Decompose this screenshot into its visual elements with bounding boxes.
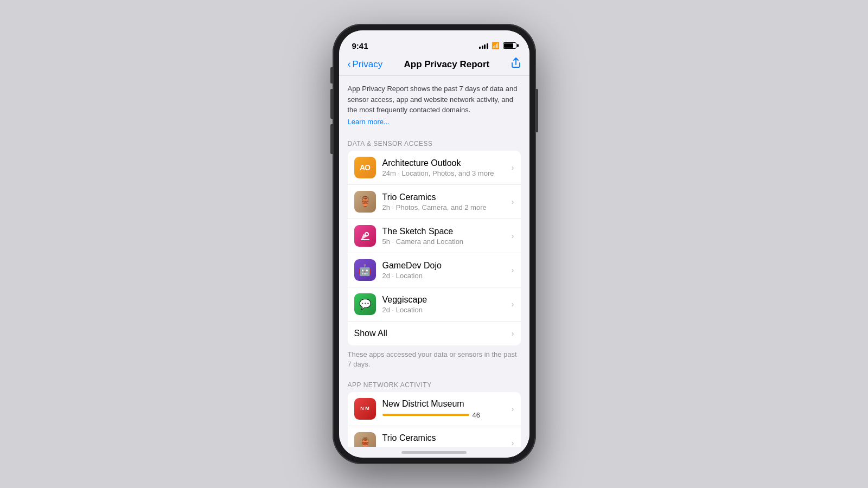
status-icons: 📶 — [479, 42, 516, 49]
app-icon-ceramics: 🏺 — [354, 191, 376, 213]
app-name: Trio Ceramics — [382, 433, 512, 443]
app-icon-gamedev: 🤖 — [354, 259, 376, 281]
share-button[interactable] — [511, 57, 521, 71]
app-name: Trio Ceramics — [382, 192, 512, 202]
phone-screen: 9:41 📶 ‹ Privacy App Privacy Repor — [339, 30, 529, 458]
chevron-right-icon: › — [512, 300, 514, 309]
status-time: 9:41 — [352, 41, 368, 50]
app-icon-veggi: 💬 — [354, 293, 376, 315]
chevron-right-icon: › — [512, 439, 514, 447]
app-name: Architecture Outlook — [382, 158, 512, 168]
data-sensor-list: AO Architecture Outlook 24m · Location, … — [348, 151, 521, 345]
sensor-section-note: These apps accessed your data or sensors… — [339, 345, 529, 377]
data-sensor-header: DATA & SENSOR ACCESS — [339, 136, 529, 151]
app-detail: 24m · Location, Photos, and 3 more — [382, 169, 512, 177]
share-icon — [511, 57, 521, 68]
list-item[interactable]: 💬 Veggiscape 2d · Location › — [348, 287, 521, 322]
chevron-right-icon: › — [512, 266, 514, 274]
list-item[interactable]: AO Architecture Outlook 24m · Location, … — [348, 151, 521, 185]
battery-icon — [503, 42, 516, 49]
status-bar: 9:41 📶 — [339, 30, 529, 54]
network-activity-header: APP NETWORK ACTIVITY — [339, 377, 529, 392]
network-list-item[interactable]: 🏺 Trio Ceramics 30 › — [348, 426, 521, 447]
page-title: App Privacy Report — [404, 59, 489, 70]
network-bar — [382, 414, 469, 416]
signal-icon — [479, 42, 488, 49]
phone-shell: 9:41 📶 ‹ Privacy App Privacy Repor — [333, 24, 536, 464]
chevron-right-icon: › — [512, 197, 514, 206]
app-icon-sketch — [354, 225, 376, 247]
app-icon-ao: AO — [354, 157, 376, 178]
sketch-app-icon — [359, 230, 371, 242]
app-icon-ceramics: 🏺 — [354, 432, 376, 447]
intro-text: App Privacy Report shows the past 7 days… — [348, 85, 518, 114]
app-name: GameDev Dojo — [382, 261, 512, 271]
show-all-label: Show All — [354, 329, 512, 338]
learn-more-link[interactable]: Learn more... — [348, 117, 521, 127]
network-activity-list: N M New District Museum 46 › — [348, 392, 521, 447]
back-button[interactable]: ‹ Privacy — [348, 59, 383, 70]
app-detail: 2h · Photos, Camera, and 2 more — [382, 203, 512, 211]
app-name: The Sketch Space — [382, 227, 512, 236]
list-item[interactable]: The Sketch Space 5h · Camera and Locatio… — [348, 219, 521, 253]
navigation-bar: ‹ Privacy App Privacy Report — [339, 54, 529, 76]
chevron-right-icon: › — [512, 163, 514, 172]
main-content: App Privacy Report shows the past 7 days… — [339, 76, 529, 447]
chevron-left-icon: ‹ — [348, 59, 351, 70]
list-item[interactable]: 🤖 GameDev Dojo 2d · Location › — [348, 253, 521, 287]
app-detail: 2d · Location — [382, 306, 512, 314]
svg-point-0 — [365, 233, 368, 236]
app-name: Veggiscape — [382, 295, 512, 305]
network-count: 46 — [473, 411, 483, 419]
show-all-button[interactable]: Show All › — [348, 322, 521, 345]
network-list-item[interactable]: N M New District Museum 46 › — [348, 392, 521, 426]
home-indicator — [339, 447, 529, 458]
chevron-right-icon: › — [512, 404, 514, 413]
app-icon-ndm: N M — [354, 398, 376, 420]
back-label: Privacy — [353, 59, 383, 70]
list-item[interactable]: 🏺 Trio Ceramics 2h · Photos, Camera, and… — [348, 185, 521, 219]
app-detail: 5h · Camera and Location — [382, 237, 512, 246]
intro-section: App Privacy Report shows the past 7 days… — [339, 76, 529, 136]
wifi-icon: 📶 — [492, 42, 500, 49]
app-detail: 2d · Location — [382, 272, 512, 280]
chevron-right-icon: › — [512, 329, 514, 338]
chevron-right-icon: › — [512, 232, 514, 240]
app-name: New District Museum — [382, 399, 512, 409]
